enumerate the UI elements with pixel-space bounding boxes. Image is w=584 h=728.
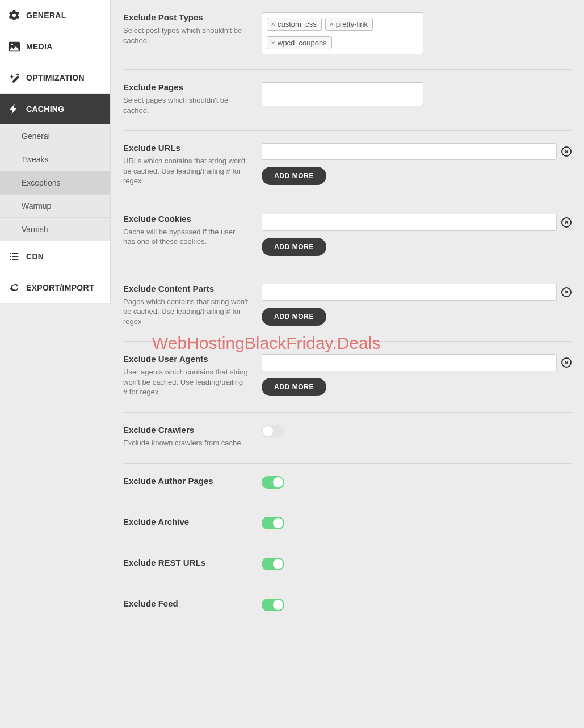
row-title: Exclude REST URLs — [123, 558, 248, 567]
row-title: Exclude Crawlers — [123, 425, 248, 435]
row-title: Exclude Author Pages — [123, 476, 248, 486]
row-exclude-cookies: Exclude Cookies Cache will be bypassed i… — [123, 201, 572, 271]
toggle-exclude-archive[interactable] — [262, 517, 284, 529]
row-title: Exclude Pages — [123, 82, 248, 92]
main-content: Exclude Post Types Select post types whi… — [111, 0, 584, 728]
sidebar-item-media[interactable]: MEDIA — [0, 31, 110, 62]
remove-row-icon[interactable] — [561, 287, 572, 297]
row-title: Exclude Cookies — [123, 214, 248, 224]
row-title: Exclude Feed — [123, 599, 248, 608]
exclude-ua-input[interactable] — [262, 354, 557, 371]
gear-icon — [8, 9, 20, 22]
add-more-button[interactable]: ADD MORE — [262, 308, 326, 326]
row-exclude-pages: Exclude Pages Select pages which shouldn… — [123, 70, 572, 131]
sidebar-item-label: EXPORT/IMPORT — [26, 283, 94, 292]
token-label: pretty-link — [336, 20, 368, 28]
token-remove-icon[interactable]: ✕ — [329, 21, 334, 27]
row-title: Exclude Archive — [123, 517, 248, 527]
bolt-icon — [8, 103, 20, 115]
token[interactable]: ✕wpcd_coupons — [267, 36, 332, 49]
toggle-exclude-rest[interactable] — [262, 558, 284, 570]
token[interactable]: ✕pretty-link — [325, 18, 373, 31]
row-exclude-content-parts: Exclude Content Parts Pages which contai… — [123, 271, 572, 342]
row-title: Exclude Post Types — [123, 12, 248, 22]
list-icon — [8, 250, 20, 263]
row-exclude-rest: Exclude REST URLs — [123, 545, 572, 586]
sidebar-submenu: General Tweaks Exceptions Warmup Varnish — [0, 125, 110, 241]
sidebar-item-label: OPTIMIZATION — [26, 73, 85, 82]
token-remove-icon[interactable]: ✕ — [271, 21, 275, 27]
add-more-button[interactable]: ADD MORE — [262, 238, 326, 256]
image-icon — [8, 40, 20, 53]
add-more-button[interactable]: ADD MORE — [262, 167, 326, 185]
wand-icon — [8, 71, 20, 84]
sidebar-item-general[interactable]: GENERAL — [0, 0, 110, 31]
token-label: wpcd_coupons — [278, 39, 327, 47]
row-desc: Cache will be bypassed if the user has o… — [123, 227, 248, 247]
row-title: Exclude URLs — [123, 143, 248, 153]
add-more-button[interactable]: ADD MORE — [262, 378, 326, 396]
subitem-general[interactable]: General — [0, 125, 110, 148]
row-exclude-feed: Exclude Feed — [123, 586, 572, 626]
row-exclude-crawlers: Exclude Crawlers Exclude known crawlers … — [123, 413, 572, 464]
row-desc: Pages which contains that string won't b… — [123, 297, 248, 327]
subitem-varnish[interactable]: Varnish — [0, 218, 110, 241]
row-title: Exclude User Agents — [123, 354, 248, 364]
token[interactable]: ✕custom_css — [267, 18, 322, 31]
remove-row-icon[interactable] — [561, 217, 572, 228]
row-desc: Select pages which shouldn't be cached. — [123, 95, 248, 115]
subitem-tweaks[interactable]: Tweaks — [0, 148, 110, 171]
toggle-exclude-author[interactable] — [262, 476, 284, 489]
remove-row-icon[interactable] — [561, 357, 572, 368]
token-remove-icon[interactable]: ✕ — [271, 40, 275, 46]
toggle-exclude-crawlers[interactable] — [262, 425, 284, 437]
sidebar-item-label: CDN — [26, 252, 44, 261]
exclude-cookie-input[interactable] — [262, 214, 557, 231]
sidebar-item-export-import[interactable]: EXPORT/IMPORT — [0, 272, 110, 304]
post-types-tokenbox[interactable]: ✕custom_css ✕pretty-link ✕wpcd_coupons — [262, 12, 423, 54]
row-desc: Select post types which shouldn't be cac… — [123, 26, 248, 45]
sidebar-item-caching[interactable]: CACHING — [0, 94, 110, 125]
sidebar-item-cdn[interactable]: CDN — [0, 241, 110, 272]
sidebar-item-label: CACHING — [26, 104, 64, 113]
row-title: Exclude Content Parts — [123, 284, 248, 293]
token-label: custom_css — [278, 20, 317, 28]
sidebar-item-label: GENERAL — [26, 11, 66, 20]
row-desc: Exclude known crawlers from cache — [123, 438, 248, 448]
exclude-content-input[interactable] — [262, 284, 557, 301]
row-exclude-post-types: Exclude Post Types Select post types whi… — [123, 0, 572, 70]
row-desc: User agents which contains that string w… — [123, 367, 248, 397]
sidebar: GENERAL MEDIA OPTIMIZATION CACHING Gener… — [0, 0, 111, 304]
remove-row-icon[interactable] — [561, 146, 572, 157]
sidebar-item-label: MEDIA — [26, 42, 53, 51]
row-desc: URLs which contains that string won't be… — [123, 156, 248, 186]
row-exclude-author-pages: Exclude Author Pages — [123, 464, 572, 504]
subitem-warmup[interactable]: Warmup — [0, 195, 110, 218]
row-exclude-archive: Exclude Archive — [123, 504, 572, 545]
row-exclude-user-agents: Exclude User Agents User agents which co… — [123, 342, 572, 413]
row-exclude-urls: Exclude URLs URLs which contains that st… — [123, 131, 572, 201]
pages-tokenbox[interactable] — [262, 82, 423, 106]
refresh-icon — [8, 281, 20, 294]
exclude-url-input[interactable] — [262, 143, 557, 160]
toggle-exclude-feed[interactable] — [262, 599, 284, 611]
subitem-exceptions[interactable]: Exceptions — [0, 171, 110, 195]
sidebar-item-optimization[interactable]: OPTIMIZATION — [0, 62, 110, 94]
